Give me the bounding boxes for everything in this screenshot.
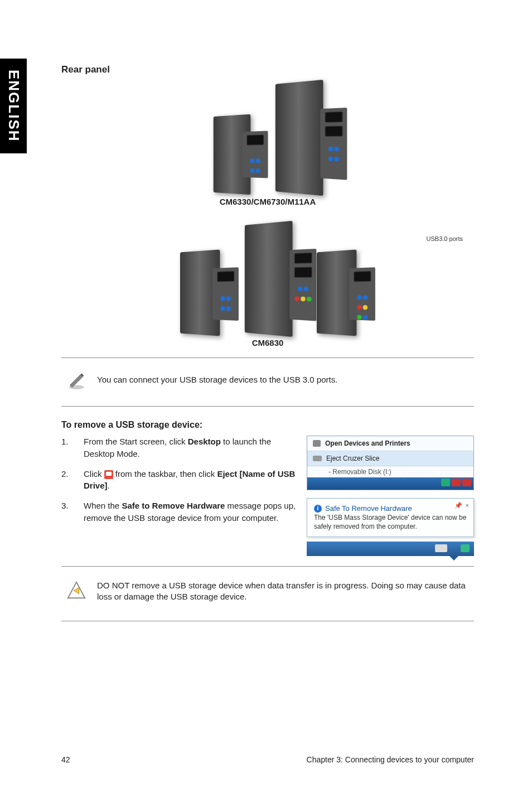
step-number: 1. [61, 436, 70, 460]
eject-drive-row[interactable]: Eject Cruzer Slice [307, 451, 473, 466]
tray-icon[interactable] [452, 479, 461, 486]
page-content: Rear panel [61, 64, 474, 627]
warning-icon [66, 580, 87, 601]
keyboard-icon [435, 544, 447, 552]
figure2-label: CM6830 [61, 338, 474, 347]
eject-menu-panel: Open Devices and Printers Eject Cruzer S… [307, 436, 474, 490]
steps-column: 1. From the Start screen, click Desktop … [61, 436, 297, 532]
step-bold: Desktop [188, 437, 221, 446]
step-text: From the Start screen, click [84, 437, 188, 446]
toast-wrapper: 📌 × i Safe To Remove Hardware The 'USB M… [307, 498, 474, 556]
pin-icon[interactable]: 📌 [454, 502, 462, 509]
step-number: 2. [61, 468, 70, 492]
eject-drive-label: Eject Cruzer Slice [326, 455, 379, 462]
step-text: Click [84, 469, 104, 479]
divider [61, 357, 474, 358]
note-usb3: You can connect your USB storage devices… [61, 364, 474, 396]
tray-usb-icon [104, 470, 113, 479]
divider [61, 621, 474, 621]
page-footer: 42 Chapter 3: Connecting devices to your… [61, 755, 474, 764]
note-usb3-text: You can connect your USB storage devices… [97, 374, 337, 385]
step-2: 2. Click from the taskbar, then click Ej… [61, 468, 297, 492]
info-icon: i [314, 505, 322, 513]
step-text: When the [84, 501, 122, 510]
drive-icon [313, 456, 322, 461]
system-tray [441, 479, 471, 486]
toast-body: The 'USB Mass Storage Device' device can… [314, 514, 467, 531]
figure-cm6830: USB3.0 ports [61, 223, 474, 347]
step-number: 3. [61, 500, 70, 524]
action-center-icon[interactable] [461, 544, 470, 552]
warning-text: DO NOT remove a USB storage device when … [97, 580, 474, 603]
figure1-label: CM6330/CM6730/M11AA [61, 197, 474, 206]
step-bold: Safe to Remove Hardware [122, 501, 225, 510]
step-3: 3. When the Safe to Remove Hardware mess… [61, 500, 297, 524]
language-tab: ENGLISH [0, 59, 27, 153]
toast-controls: 📌 × [454, 502, 469, 509]
remove-heading: To remove a USB storage device: [61, 420, 474, 430]
chapter-title: Chapter 3: Connecting devices to your co… [307, 755, 474, 764]
figure-cm6330: CM6330/CM6730/M11AA [61, 82, 474, 206]
devices-icon [313, 440, 321, 447]
screenshot-column: Open Devices and Printers Eject Cruzer S… [307, 436, 474, 556]
page-number: 42 [61, 755, 70, 764]
safe-remove-toast: 📌 × i Safe To Remove Hardware The 'USB M… [307, 498, 474, 537]
rear-panel-heading: Rear panel [61, 64, 474, 75]
open-devices-row[interactable]: Open Devices and Printers [307, 436, 473, 451]
step-text: . [108, 481, 110, 490]
warning-note: DO NOT remove a USB storage device when … [61, 572, 474, 611]
close-icon[interactable]: × [466, 502, 469, 509]
tray-icon[interactable] [462, 479, 471, 486]
pencil-note-icon [66, 369, 87, 390]
tray-icon[interactable] [441, 479, 450, 486]
toast-title: Safe To Remove Hardware [325, 504, 412, 513]
divider [61, 406, 474, 407]
toast-taskbar [307, 542, 474, 556]
step-1: 1. From the Start screen, click Desktop … [61, 436, 297, 460]
removable-disk-row[interactable]: - Removable Disk (I:) [307, 466, 473, 477]
taskbar [307, 477, 473, 490]
divider [61, 566, 474, 567]
open-devices-label: Open Devices and Printers [325, 439, 410, 447]
usb3-callout: USB3.0 ports [427, 235, 463, 242]
step-text: from the taskbar, then click [113, 469, 217, 479]
